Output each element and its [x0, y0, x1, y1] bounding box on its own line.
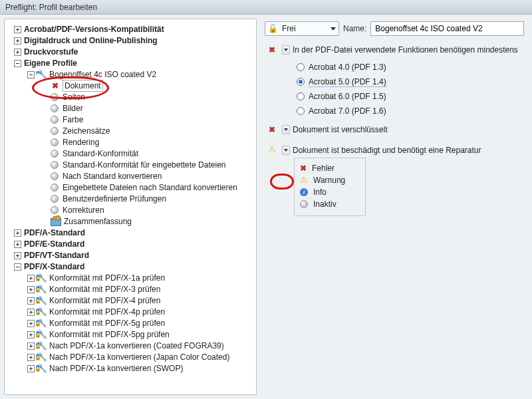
error-icon: ✖ [51, 81, 60, 90]
expand-icon[interactable] [27, 275, 35, 282]
bullet-icon [51, 184, 59, 192]
collapse-icon[interactable] [14, 60, 21, 67]
bullet-icon [51, 150, 59, 158]
tree-item[interactable]: Eigene Profile [6, 58, 255, 68]
lock-state-combo[interactable]: 🔓 Frei [265, 21, 339, 36]
tree-panel[interactable]: Acrobat/PDF-Versions-Kompatibilität Digi… [4, 19, 257, 395]
tree-item[interactable]: 🔒P🔧Konformität mit PDF/X-1a prüfen [6, 273, 255, 283]
info-icon: i [300, 188, 308, 196]
name-label: Name: [343, 24, 366, 33]
expand-icon[interactable] [27, 342, 35, 350]
radio-icon [297, 63, 305, 71]
warning-icon: ⚠ [300, 175, 308, 185]
tree-item[interactable]: PDF/A-Standard [6, 227, 255, 238]
chevron-down-icon [284, 128, 288, 131]
min-version-radios: Acrobat 4.0 (PDF 1.3) Acrobat 5.0 (PDF 1… [297, 60, 524, 118]
tree-item[interactable]: Nach Standard konvertieren [6, 171, 255, 182]
radio-option-selected[interactable]: Acrobat 5.0 (PDF 1.4) [297, 74, 524, 89]
bullet-icon [51, 206, 59, 214]
legend-item-error[interactable]: ✖Fehler [300, 162, 358, 174]
severity-legend[interactable]: ✖Fehler ⚠Warnung iInfo Inaktiv [294, 158, 366, 216]
check-profile-icon: 🔒P🔧 [37, 296, 47, 305]
expand-icon[interactable] [14, 252, 21, 259]
expand-icon[interactable] [14, 241, 21, 248]
expand-icon[interactable] [27, 297, 35, 305]
tree-item[interactable]: Standard-Konformität [6, 148, 255, 159]
section-label: In der PDF-Datei verwendete Funktionen b… [293, 45, 518, 55]
collapse-icon[interactable] [14, 263, 21, 271]
tree-item[interactable]: Farbe [6, 114, 255, 125]
expand-icon[interactable] [27, 365, 35, 372]
tree-item[interactable]: Zusammenfassung [6, 216, 255, 227]
tree-item[interactable]: PDF/X-Standard [6, 261, 255, 272]
section-label: Dokument ist verschlüsselt [293, 125, 388, 134]
expand-icon[interactable] [27, 354, 35, 361]
section-label: Dokument ist beschädigt und benötigt ein… [293, 146, 481, 155]
expand-icon[interactable] [27, 309, 35, 316]
radio-icon [297, 92, 305, 100]
tree-item[interactable]: 🔒P🔧Konformität mit PDF/X-3 prüfen [6, 284, 255, 295]
expand-icon[interactable] [14, 49, 21, 56]
tree-item[interactable]: Bilder [6, 103, 255, 114]
tree-item[interactable]: 🔒P🔧Nach PDF/X-1a konvertieren (SWOP) [6, 363, 255, 374]
bullet-icon [51, 116, 59, 124]
expand-icon[interactable] [27, 331, 35, 338]
legend-item-inactive[interactable]: Inaktiv [300, 198, 358, 210]
error-icon: ✖ [269, 45, 275, 55]
check-profile-icon: 🔒P🔧 [37, 307, 47, 317]
expand-icon[interactable] [14, 37, 21, 45]
expand-icon[interactable] [27, 286, 35, 293]
error-icon: ✖ [269, 125, 275, 134]
unlock-icon: 🔓 [268, 24, 278, 33]
check-profile-icon: 🔒P🔧 [37, 330, 47, 339]
summary-icon [51, 217, 61, 226]
severity-dropdown[interactable] [282, 146, 290, 155]
tree-item[interactable]: PDF/E-Standard [6, 239, 255, 249]
tree-item[interactable]: 🔒P🔧Konformität mit PDF/X-5g prüfen [6, 318, 255, 329]
check-profile-icon: 🔒P🔧 [37, 273, 47, 283]
expand-icon[interactable] [14, 229, 21, 237]
bullet-icon [51, 195, 59, 203]
tree-item[interactable]: 🔒P🔧Konformität mit PDF/X-4p prüfen [6, 307, 255, 317]
inactive-icon [300, 200, 308, 208]
tree-item[interactable]: 🔒P🔧Nach PDF/X-1a konvertieren (Japan Col… [6, 352, 255, 362]
tree-item[interactable]: Zeichensätze [6, 126, 255, 136]
tree-item[interactable]: Digitaldruck und Online-Publishing [6, 35, 255, 46]
radio-icon [297, 78, 305, 86]
tree-item[interactable]: 🔒P🔧Nach PDF/X-1a konvertieren (Coated FO… [6, 340, 255, 351]
tree-item[interactable]: 🔒P🔧Konformität mit PDF/X-4 prüfen [6, 295, 255, 306]
expand-icon[interactable] [14, 26, 21, 33]
collapse-icon[interactable] [27, 71, 35, 78]
window-title: Preflight: Profil bearbeiten [0, 0, 532, 15]
check-profile-icon: 🔒P🔧 [37, 352, 47, 362]
tree-item[interactable]: Acrobat/PDF-Versions-Kompatibilität [6, 24, 255, 35]
legend-item-warning[interactable]: ⚠Warnung [300, 174, 358, 186]
bullet-icon [51, 172, 59, 180]
radio-option[interactable]: Acrobat 7.0 (PDF 1.6) [297, 104, 524, 118]
tree-item[interactable]: Eingebettete Dateien nach Standard konve… [6, 182, 255, 193]
error-icon: ✖ [300, 164, 307, 173]
tree-item[interactable]: Seiten [6, 92, 255, 102]
tree-item-selected[interactable]: ✖ Dokument [6, 80, 255, 91]
tree-item[interactable]: Rendering [6, 137, 255, 148]
tree-item[interactable]: 🔒P🔧Konformität mit PDF/X-5pg prüfen [6, 329, 255, 340]
chevron-down-icon [331, 27, 336, 31]
radio-option[interactable]: Acrobat 6.0 (PDF 1.5) [297, 89, 524, 104]
tree-item[interactable]: PDF/VT-Standard [6, 250, 255, 261]
chevron-down-icon [284, 149, 288, 152]
check-profile-icon: 🔒P🔧 [37, 319, 47, 328]
tree-item[interactable]: Korrekturen [6, 205, 255, 215]
check-profile-icon: 🔒P🔧 [37, 341, 47, 350]
tree-item[interactable]: Benutzerdefinierte Prüfungen [6, 194, 255, 204]
profile-name-input[interactable] [370, 21, 524, 36]
bullet-icon [51, 161, 59, 169]
tree-label-selected: Dokument [63, 80, 103, 92]
expand-icon[interactable] [27, 320, 35, 327]
radio-option[interactable]: Acrobat 4.0 (PDF 1.3) [297, 60, 524, 74]
severity-dropdown[interactable] [282, 45, 290, 55]
tree-item[interactable]: Standard-Konformität für eingebettete Da… [6, 160, 255, 170]
severity-dropdown[interactable] [282, 125, 290, 134]
tree-item[interactable]: P🔧 Bogenoffset 4c ISO coated V2 [6, 69, 255, 80]
tree-item[interactable]: Druckvorstufe [6, 47, 255, 57]
legend-item-info[interactable]: iInfo [300, 186, 358, 198]
